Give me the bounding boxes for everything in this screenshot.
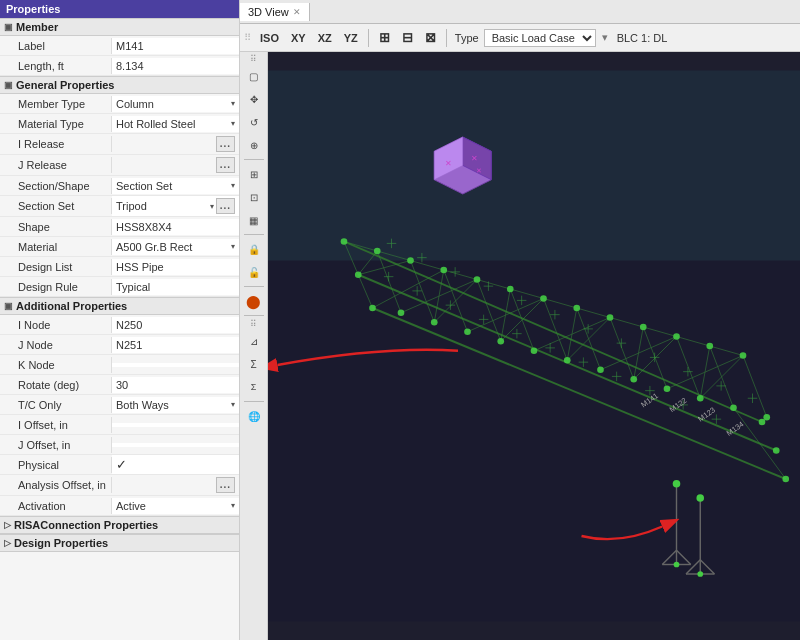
btn-xz[interactable]: XZ (313, 30, 337, 46)
btn-iso[interactable]: ISO (255, 30, 284, 46)
prop-inode-label: I Node (0, 317, 112, 333)
view-sidebar: ⠿ ▢ ✥ ↺ ⊕ ⊞ ⊡ ▦ 🔒 🔓 ⬤ ⠿ ⊿ Σ Σ 🌐 (240, 52, 268, 640)
prop-sectionshape-value[interactable]: Section Set ▾ (112, 178, 239, 194)
tab-3dview[interactable]: 3D View ✕ (240, 3, 310, 21)
tab-bar: 3D View ✕ (240, 0, 800, 24)
prop-designlist-value: HSS Pipe (112, 259, 239, 275)
svg-text:✕: ✕ (445, 159, 452, 168)
svg-point-63 (564, 357, 571, 364)
analysisoffset-dots-button[interactable]: ... (216, 477, 235, 493)
svg-point-61 (531, 347, 538, 354)
svg-text:✕: ✕ (476, 167, 482, 174)
btn-view-icon2[interactable]: ⊟ (397, 28, 418, 47)
member-toggle-icon: ▣ (4, 22, 13, 32)
svg-point-55 (431, 319, 438, 326)
svg-point-60 (507, 286, 514, 293)
prop-value-label[interactable]: M141 (112, 38, 239, 54)
irelease-dots-button[interactable]: ... (216, 136, 235, 152)
vsb-btn-lock2[interactable]: 🔓 (242, 261, 266, 283)
prop-tconly-value[interactable]: Both Ways ▾ (112, 397, 239, 413)
prop-physical-value[interactable]: ✓ (112, 455, 239, 474)
btn-xy[interactable]: XY (286, 30, 311, 46)
designlist-text: HSS Pipe (116, 261, 164, 273)
prop-rotate-value: 30 (112, 377, 239, 393)
svg-point-138 (696, 494, 704, 502)
prop-material-label: Material (0, 239, 112, 255)
vsb-btn-sigma2[interactable]: Σ (242, 376, 266, 398)
prop-jnode-label: J Node (0, 337, 112, 353)
additional-section-label: Additional Properties (16, 300, 127, 312)
membertype-text: Column (116, 98, 154, 110)
svg-point-58 (474, 276, 481, 283)
section-general[interactable]: ▣ General Properties (0, 76, 239, 94)
svg-rect-1 (268, 71, 800, 261)
vsb-btn-lock[interactable]: 🔒 (242, 238, 266, 260)
vsb-btn-filter[interactable]: ⊿ (242, 330, 266, 352)
prop-materialtype-value[interactable]: Hot Rolled Steel ▾ (112, 116, 239, 132)
btn-view-icon3[interactable]: ⊠ (420, 28, 441, 47)
tab-close-button[interactable]: ✕ (293, 7, 301, 17)
material-text: A500 Gr.B Rect (116, 241, 192, 253)
toolbar-drag-handle: ⠿ (244, 32, 251, 43)
vsb-btn-1[interactable]: ▢ (242, 65, 266, 87)
svg-point-57 (464, 328, 471, 335)
vsb-btn-render[interactable]: ⬤ (242, 290, 266, 312)
type-select[interactable]: Basic Load Case (484, 29, 596, 47)
vsb-btn-3[interactable]: ↺ (242, 111, 266, 133)
membertype-dropdown-icon: ▾ (231, 99, 235, 108)
activation-dropdown-icon: ▾ (231, 501, 235, 510)
prop-membertype-row: Member Type Column ▾ (0, 94, 239, 114)
section-design[interactable]: ▷ Design Properties (0, 534, 239, 552)
svg-point-72 (706, 343, 713, 350)
sidebar-drag2: ⠿ (250, 319, 258, 329)
section-member[interactable]: ▣ Member (0, 18, 239, 36)
prop-value-length: 8.134 (112, 58, 239, 74)
vsb-sep-4 (244, 315, 264, 316)
prop-membertype-label: Member Type (0, 96, 112, 112)
prop-jrelease-label: J Release (0, 157, 112, 173)
member-section-label: Member (16, 21, 58, 33)
svg-point-71 (697, 395, 704, 402)
design-section-label: Design Properties (14, 537, 108, 549)
sectionshape-text: Section Set (116, 180, 172, 192)
prop-material-value[interactable]: A500 Gr.B Rect ▾ (112, 239, 239, 255)
tconly-dropdown-icon: ▾ (231, 400, 235, 409)
section-additional[interactable]: ▣ Additional Properties (0, 297, 239, 315)
prop-sectionset-value[interactable]: Tripod ▾ ... (112, 196, 239, 216)
svg-point-73 (730, 404, 737, 411)
prop-jnode-value: N251 (112, 337, 239, 353)
prop-designlist-row: Design List HSS Pipe (0, 257, 239, 277)
vsb-btn-4[interactable]: ⊕ (242, 134, 266, 156)
prop-joffset-value (112, 443, 239, 447)
vsb-btn-7[interactable]: ▦ (242, 209, 266, 231)
jrelease-dots-button[interactable]: ... (216, 157, 235, 173)
vsb-btn-2[interactable]: ✥ (242, 88, 266, 110)
svg-point-68 (640, 324, 647, 331)
section-risa[interactable]: ▷ RISAConnection Properties (0, 516, 239, 534)
vsb-btn-globe[interactable]: 🌐 (242, 405, 266, 427)
prop-irelease-row: I Release ... (0, 134, 239, 155)
prop-tconly-row: T/C Only Both Ways ▾ (0, 395, 239, 415)
prop-analysisoffset-label: Analysis Offset, in (0, 477, 112, 493)
prop-materialtype-label: Material Type (0, 116, 112, 132)
prop-activation-row: Activation Active ▾ (0, 496, 239, 516)
prop-membertype-value[interactable]: Column ▾ (112, 96, 239, 112)
svg-point-139 (674, 562, 680, 568)
prop-activation-value[interactable]: Active ▾ (112, 498, 239, 514)
svg-point-65 (597, 366, 604, 373)
btn-view-icon1[interactable]: ⊞ (374, 28, 395, 47)
materialtype-text: Hot Rolled Steel (116, 118, 196, 130)
btn-yz[interactable]: YZ (339, 30, 363, 46)
risa-toggle-icon: ▷ (4, 520, 11, 530)
blc-label: BLC 1: DL (617, 32, 668, 44)
vsb-btn-5[interactable]: ⊞ (242, 163, 266, 185)
vsb-btn-sigma[interactable]: Σ (242, 353, 266, 375)
vsb-btn-6[interactable]: ⊡ (242, 186, 266, 208)
3d-view-area[interactable]: ⠿ ▢ ✥ ↺ ⊕ ⊞ ⊡ ▦ 🔒 🔓 ⬤ ⠿ ⊿ Σ Σ 🌐 (240, 52, 800, 640)
vsb-sep-5 (244, 401, 264, 402)
prop-physical-label: Physical (0, 457, 112, 473)
prop-label-row: Label M141 (0, 36, 239, 56)
sectionset-dots-button[interactable]: ... (216, 198, 235, 214)
toolbar-sep-1 (368, 29, 369, 47)
prop-knode-value (112, 363, 239, 367)
